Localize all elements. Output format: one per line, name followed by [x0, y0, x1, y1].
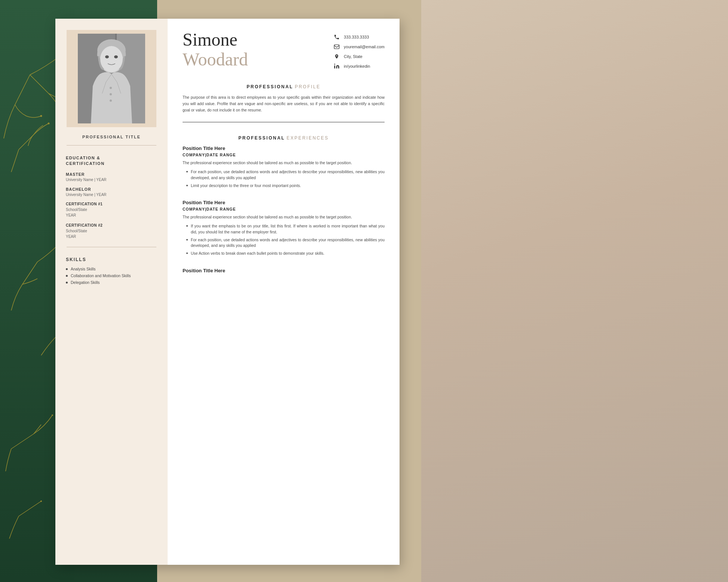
skill-item-3: Delegation Skills [66, 280, 157, 285]
degree-master-label: MASTER [66, 172, 157, 177]
experience-block-1: Position Title Here COMPANY|DATE RANGE T… [183, 146, 385, 194]
profile-photo [78, 34, 145, 123]
resume-document: PROFESSIONAL TITLE EDUCATION &CERTIFICAT… [55, 19, 400, 565]
education-section-title: EDUCATION &CERTIFICATION [66, 155, 157, 167]
phone-icon [333, 34, 340, 40]
professional-title-label: PROFESSIONAL TITLE [55, 127, 168, 145]
location-value: City, State [344, 54, 363, 59]
exp-1-bullet-2: Limit your description to the three or f… [186, 183, 385, 189]
exp-2-bullet-1: If you want the emphasis to be on your t… [186, 223, 385, 235]
linkedin-value: in/yourlinkedin [344, 64, 370, 68]
last-name: Woodard [183, 50, 248, 70]
cert-2-title: CERTIFICATION #2 [66, 223, 157, 227]
svg-point-3 [48, 123, 50, 125]
exp-2-bullet-2: For each position, use detailed actions … [186, 237, 385, 249]
svg-point-17 [114, 55, 118, 58]
skill-bullet-2 [66, 275, 68, 277]
exp-2-title: Position Title Here [183, 200, 385, 205]
photo-wrapper [55, 19, 168, 127]
svg-point-1 [40, 115, 42, 117]
skills-section: SKILLS Analysis Skills Collaboration and… [55, 253, 168, 289]
bullet-dot [186, 239, 188, 241]
exp-2-desc: The professional experience section shou… [183, 214, 385, 220]
bullet-dot [186, 185, 188, 186]
contact-email: youremail@email.com [333, 43, 385, 50]
section-divider [183, 122, 385, 122]
contact-linkedin: in/yourlinkedin [333, 63, 385, 70]
name-block: Simone Woodard [183, 30, 248, 70]
email-icon [333, 43, 340, 50]
skill-bullet-1 [66, 268, 68, 270]
exp-1-company: COMPANY|DATE RANGE [183, 153, 385, 157]
profile-text: The purpose of this area is to direct em… [183, 94, 385, 113]
phone-value: 333.333.3333 [344, 35, 369, 39]
location-icon [333, 53, 340, 60]
svg-point-9 [40, 500, 42, 502]
skill-bullet-3 [66, 282, 68, 284]
profile-title-bold: PROFESSIONAL [247, 84, 293, 89]
email-value: youremail@email.com [344, 45, 385, 49]
exp-1-bullets: For each position, use detailed actions … [183, 169, 385, 189]
professional-experiences-heading: PROFESSIONAL EXPERIENCES [183, 134, 385, 141]
svg-point-15 [100, 46, 123, 72]
resume-header: Simone Woodard 333.333.3333 [183, 30, 385, 70]
svg-rect-21 [334, 45, 339, 49]
linkedin-icon [333, 63, 340, 70]
sidebar-divider-1 [67, 145, 156, 146]
svg-point-22 [334, 64, 335, 65]
svg-point-16 [105, 55, 109, 58]
cert-1-title: CERTIFICATION #1 [66, 202, 157, 206]
skills-section-title: SKILLS [66, 257, 157, 262]
first-name: Simone [183, 30, 248, 50]
experience-block-2: Position Title Here COMPANY|DATE RANGE T… [183, 200, 385, 263]
experiences-title-light: EXPERIENCES [287, 135, 329, 141]
education-section: EDUCATION &CERTIFICATION MASTER Universi… [55, 151, 168, 247]
bullet-dot [186, 171, 188, 172]
exp-2-company: COMPANY|DATE RANGE [183, 207, 385, 211]
exp-1-title: Position Title Here [183, 146, 385, 151]
svg-point-18 [110, 87, 112, 89]
svg-point-8 [52, 414, 53, 416]
exp-1-bullet-1: For each position, use detailed actions … [186, 169, 385, 181]
degree-bachelor-label: BACHELOR [66, 187, 157, 192]
profile-title-light: PROFILE [295, 84, 321, 89]
exp-3-title: Position Title Here [183, 268, 385, 273]
bullet-dot [186, 252, 188, 254]
exp-2-bullet-3: Use Action verbs to break down each bull… [186, 251, 385, 257]
svg-point-20 [110, 99, 112, 102]
contact-block: 333.333.3333 youremail@email.com [333, 34, 385, 70]
contact-phone: 333.333.3333 [333, 34, 385, 40]
degree-master-school: University Name | YEAR [66, 178, 157, 182]
photo-background [67, 30, 156, 127]
bullet-dot [186, 225, 188, 227]
cert-2-detail: School/State YEAR [66, 228, 157, 239]
exp-2-bullets: If you want the emphasis to be on your t… [183, 223, 385, 257]
resume-sidebar: PROFESSIONAL TITLE EDUCATION &CERTIFICAT… [55, 19, 168, 565]
experiences-title-bold: PROFESSIONAL [238, 135, 285, 141]
resume-main-content: Simone Woodard 333.333.3333 [168, 19, 400, 565]
skill-item-2: Collaboration and Motivation Skills [66, 273, 157, 278]
cert-1-detail: School/State YEAR [66, 207, 157, 218]
sidebar-divider-2 [67, 247, 156, 247]
exp-1-desc: The professional experience section shou… [183, 160, 385, 166]
contact-location: City, State [333, 53, 385, 60]
skill-item-1: Analysis Skills [66, 267, 157, 271]
bg-stone-panel [421, 0, 728, 582]
experience-block-3: Position Title Here [183, 268, 385, 275]
svg-point-19 [110, 93, 112, 95]
degree-bachelor-school: University Name | YEAR [66, 193, 157, 197]
professional-profile-heading: PROFESSIONAL PROFILE [183, 83, 385, 90]
